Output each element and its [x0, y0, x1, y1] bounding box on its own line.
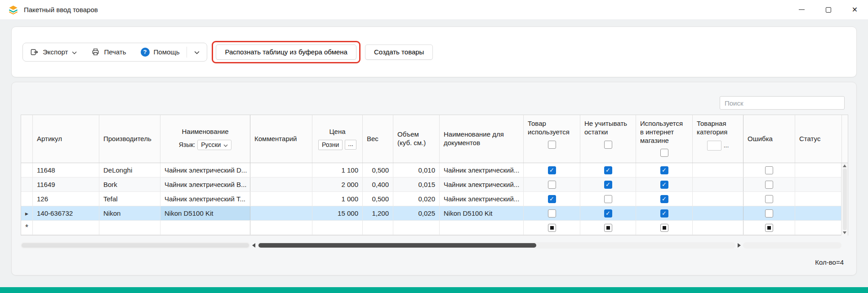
cell-doc-name[interactable]: [440, 221, 524, 235]
cell-status[interactable]: [795, 163, 842, 177]
create-products-button[interactable]: Создать товары: [365, 44, 433, 60]
cell-price[interactable]: 1 000: [312, 192, 363, 206]
cell-name[interactable]: Чайник электрический B...: [160, 178, 250, 191]
main-scrollbar-track[interactable]: [258, 242, 735, 249]
scroll-left-icon[interactable]: [252, 243, 255, 248]
language-combo[interactable]: Русски: [197, 140, 231, 151]
column-header-ignore-stock[interactable]: Не учитывать остатки: [580, 115, 636, 163]
cell-comment[interactable]: [250, 178, 312, 191]
column-header-name[interactable]: Наименование Язык: Русски: [160, 115, 250, 163]
category-picker-button[interactable]: ...: [724, 142, 729, 150]
main-scrollbar-thumb[interactable]: [258, 243, 536, 248]
vertical-scrollbar-thumb[interactable]: [843, 169, 847, 230]
cell-manufacturer[interactable]: [99, 221, 160, 235]
column-header-volume[interactable]: Объем (куб. см.): [393, 115, 440, 163]
table-row[interactable]: 11649 Bork Чайник электрический B... 2 0…: [21, 178, 848, 192]
cell-name-focused[interactable]: Nikon D5100 Kit: [160, 206, 250, 220]
cell-volume[interactable]: 0,025: [393, 206, 440, 220]
cell-comment[interactable]: [250, 192, 312, 206]
print-button[interactable]: Печать: [84, 43, 133, 61]
left-scrollbar[interactable]: [21, 242, 250, 249]
ignore-stock-checkbox[interactable]: [604, 195, 612, 203]
product-used-header-checkbox[interactable]: [548, 141, 556, 149]
product-used-checkbox[interactable]: [548, 195, 556, 203]
cell-product-used[interactable]: [524, 206, 580, 220]
close-button[interactable]: ✕: [841, 0, 868, 19]
scroll-up-icon[interactable]: [843, 164, 846, 167]
ignore-stock-checkbox[interactable]: [604, 224, 612, 232]
cell-online-store[interactable]: [636, 192, 693, 206]
cell-price[interactable]: 15 000: [312, 206, 363, 220]
column-header-manufacturer[interactable]: Производитель: [99, 115, 160, 163]
cell-status[interactable]: [795, 221, 842, 235]
error-checkbox[interactable]: [765, 166, 773, 174]
cell-error[interactable]: [743, 206, 795, 220]
cell-category[interactable]: [693, 192, 743, 206]
cell-article[interactable]: 140-636732: [33, 206, 99, 220]
cell-product-used[interactable]: [524, 221, 580, 235]
cell-doc-name[interactable]: Чайник электрический...: [440, 163, 524, 177]
right-scrollbar[interactable]: [743, 242, 841, 249]
row-selector[interactable]: ▸: [21, 206, 33, 220]
online-store-header-checkbox[interactable]: [660, 149, 668, 157]
ignore-stock-header-checkbox[interactable]: [604, 141, 612, 149]
cell-category[interactable]: [693, 178, 743, 191]
column-header-selector[interactable]: [21, 115, 33, 163]
cell-volume[interactable]: 0,020: [393, 192, 440, 206]
cell-category[interactable]: [693, 221, 743, 235]
left-scrollbar-thumb[interactable]: [22, 243, 249, 248]
cell-volume[interactable]: [393, 221, 440, 235]
cell-weight[interactable]: [363, 221, 393, 235]
cell-online-store[interactable]: [636, 206, 693, 220]
ignore-stock-checkbox[interactable]: [604, 209, 612, 218]
ignore-stock-checkbox[interactable]: [604, 181, 612, 189]
column-header-article[interactable]: Артикул: [33, 115, 99, 163]
cell-weight[interactable]: 1,200: [363, 206, 393, 220]
cell-manufacturer[interactable]: DeLonghi: [99, 163, 160, 177]
cell-error[interactable]: [743, 221, 795, 235]
table-row[interactable]: 11648 DeLonghi Чайник электрический D...…: [21, 163, 848, 178]
cell-comment[interactable]: [250, 163, 312, 177]
cell-doc-name[interactable]: Чайник электрический...: [440, 192, 524, 206]
cell-name[interactable]: [160, 221, 250, 235]
column-header-category[interactable]: Товарная категория ...: [693, 115, 743, 163]
cell-error[interactable]: [743, 178, 795, 191]
cell-status[interactable]: [795, 178, 842, 191]
cell-online-store[interactable]: [636, 163, 693, 177]
cell-price[interactable]: 2 000: [312, 178, 363, 191]
product-used-checkbox[interactable]: [548, 181, 556, 189]
cell-category[interactable]: [693, 206, 743, 220]
main-scrollbar[interactable]: [250, 242, 743, 249]
cell-online-store[interactable]: [636, 221, 693, 235]
cell-weight[interactable]: 0,500: [363, 163, 393, 177]
error-checkbox[interactable]: [765, 181, 773, 189]
cell-category[interactable]: [693, 163, 743, 177]
error-checkbox[interactable]: [765, 195, 773, 203]
cell-ignore-stock[interactable]: [580, 163, 636, 177]
scroll-down-icon[interactable]: [843, 231, 846, 234]
online-store-checkbox[interactable]: [660, 224, 668, 232]
column-header-price[interactable]: Цена Розни ...: [312, 115, 363, 163]
online-store-checkbox[interactable]: [660, 181, 668, 189]
column-header-online-store[interactable]: Используется в интернет магазине: [636, 115, 693, 163]
cell-price[interactable]: 1 100: [312, 163, 363, 177]
price-type-picker-button[interactable]: ...: [345, 140, 356, 150]
cell-comment[interactable]: [250, 221, 312, 235]
cell-name[interactable]: Чайник электрический D...: [160, 163, 250, 177]
row-selector[interactable]: [21, 192, 33, 206]
category-filter-field[interactable]: [707, 141, 721, 151]
error-checkbox[interactable]: [765, 224, 773, 232]
product-used-checkbox[interactable]: [548, 166, 556, 174]
toolbar-more-button[interactable]: [187, 43, 207, 61]
recognize-table-button[interactable]: Распознать таблицу из буфера обмена: [216, 44, 356, 60]
online-store-checkbox[interactable]: [660, 195, 668, 203]
cell-status[interactable]: [795, 192, 842, 206]
cell-volume[interactable]: 0,010: [393, 163, 440, 177]
scroll-right-icon[interactable]: [738, 243, 741, 248]
table-row-new[interactable]: *: [21, 221, 848, 235]
cell-doc-name[interactable]: Чайник электрический...: [440, 178, 524, 191]
cell-ignore-stock[interactable]: [580, 221, 636, 235]
cell-product-used[interactable]: [524, 192, 580, 206]
product-used-checkbox[interactable]: [548, 224, 556, 232]
table-row[interactable]: 126 Tefal Чайник электрический T... 1 00…: [21, 192, 848, 206]
